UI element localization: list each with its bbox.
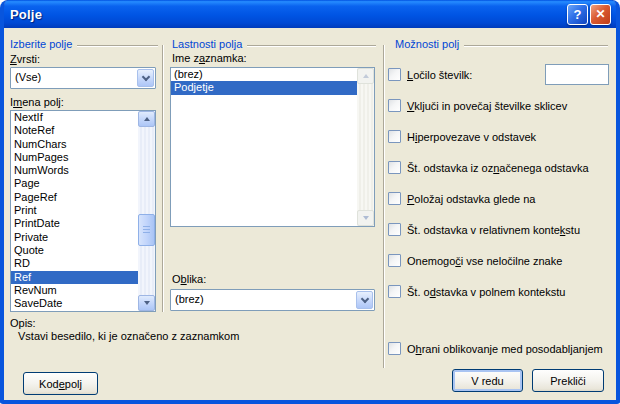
triangle-up-icon <box>363 74 369 78</box>
description-label: Opis: <box>10 317 36 329</box>
scroll-down-button <box>357 210 374 226</box>
checkbox-row: Št. odstavka v polnem kontekstu <box>388 283 610 300</box>
checkbox-label: Št. odstavka iz označenega odstavka <box>407 162 589 174</box>
checkbox-row: Onemogoči vse neločilne znake <box>388 252 610 269</box>
field-name-item[interactable]: NumPages <box>11 151 138 164</box>
checkbox-label: Št. odstavka v polnem kontekstu <box>407 286 565 298</box>
checkbox-label: Vključi in povečaj številke sklicev <box>407 100 567 112</box>
triangle-down-icon <box>144 301 150 305</box>
window-title: Polje <box>0 7 42 22</box>
close-icon: ✕ <box>595 7 605 21</box>
checkbox[interactable] <box>388 130 401 143</box>
divider <box>247 45 376 47</box>
group-title: Izberite polje <box>10 38 72 51</box>
checkbox-row: Ločilo številk: <box>388 66 610 83</box>
field-description: Vstavi besedilo, ki je označeno z zaznam… <box>18 330 239 342</box>
checkbox[interactable] <box>388 254 401 267</box>
field-dialog: Polje ? ✕ Izberite polje Lastnosti polja… <box>0 0 620 404</box>
bookmark-item[interactable]: Podjetje <box>171 81 357 94</box>
field-name-item[interactable]: PageRef <box>11 191 138 204</box>
bookmark-label: Ime zaznamka: <box>172 52 247 64</box>
checkbox-row: Hiperpovezave v odstavek <box>388 128 610 145</box>
group-field-options: Možnosti polj <box>395 38 608 51</box>
format-combobox[interactable]: (brez) <box>170 289 375 311</box>
combobox-value: (brez) <box>175 293 204 305</box>
checkbox[interactable] <box>388 223 401 236</box>
categories-combobox[interactable]: (Vse) <box>10 67 156 89</box>
field-name-item[interactable]: SaveDate <box>11 297 138 310</box>
checkbox-row: Št. odstavka v relativnem kontekstu <box>388 221 610 238</box>
titlebar-buttons: ? ✕ <box>567 4 620 25</box>
checkbox[interactable] <box>388 342 401 355</box>
field-name-item[interactable]: NumChars <box>11 138 138 151</box>
dialog-body: Izberite polje Lastnosti polja Možnosti … <box>4 28 616 400</box>
field-codes-button[interactable]: Kode polj <box>23 372 98 395</box>
scrollbar-thumb[interactable] <box>138 214 155 246</box>
field-name-item[interactable]: Ref <box>11 271 138 284</box>
help-button[interactable]: ? <box>567 4 588 25</box>
divider <box>77 45 158 47</box>
chevron-down-icon <box>141 72 149 80</box>
scrollbar-track[interactable] <box>138 127 155 295</box>
checkbox-label: Št. odstavka v relativnem kontekstu <box>407 224 580 236</box>
field-name-item[interactable]: Quote <box>11 244 138 257</box>
titlebar[interactable]: Polje ? ✕ <box>0 0 620 28</box>
scroll-up-button <box>357 68 374 84</box>
checkbox[interactable] <box>388 161 401 174</box>
bookmark-listbox[interactable]: (brez)Podjetje <box>170 67 375 227</box>
checkbox-row: Št. odstavka iz označenega odstavka <box>388 159 610 176</box>
field-name-item[interactable]: PrintDate <box>11 217 138 230</box>
checkbox[interactable] <box>388 285 401 298</box>
checkbox-row: Ohrani oblikovanje med posodabljanjem <box>388 340 610 357</box>
group-field-properties: Lastnosti polja <box>172 38 376 51</box>
field-names-label: Imena polj: <box>10 96 64 108</box>
group-select-field: Izberite polje <box>10 38 158 51</box>
triangle-down-icon <box>363 216 369 220</box>
field-name-item[interactable]: Print <box>11 204 138 217</box>
divider <box>464 45 608 47</box>
checkbox-row: Položaj odstavka glede na <box>388 190 610 207</box>
checkbox-label: Ločilo številk: <box>407 69 472 81</box>
checkbox[interactable] <box>388 68 401 81</box>
checkbox[interactable] <box>388 192 401 205</box>
scrollbar[interactable] <box>138 111 155 311</box>
checkbox-label: Ohrani oblikovanje med posodabljanjem <box>407 343 603 355</box>
field-name-item[interactable]: Private <box>11 231 138 244</box>
field-name-item[interactable]: NoteRef <box>11 124 138 137</box>
field-name-item[interactable]: NextIf <box>11 111 138 124</box>
field-name-item[interactable]: Page <box>11 177 138 190</box>
combobox-value: (Vse) <box>15 71 41 83</box>
triangle-up-icon <box>144 117 150 121</box>
dropdown-button[interactable] <box>137 69 154 87</box>
dropdown-button[interactable] <box>356 291 373 309</box>
chevron-down-icon <box>360 294 368 302</box>
vertical-divider <box>162 45 164 312</box>
field-names-listbox[interactable]: NextIfNoteRefNumCharsNumPagesNumWordsPag… <box>10 110 156 312</box>
question-icon: ? <box>574 7 582 22</box>
field-names-items: NextIfNoteRefNumCharsNumPagesNumWordsPag… <box>11 111 138 311</box>
format-label: Oblika: <box>172 273 206 285</box>
checkbox-row: Vključi in povečaj številke sklicev <box>388 97 610 114</box>
checkbox-label: Onemogoči vse neločilne znake <box>407 255 562 267</box>
field-options-list: Ločilo številk:Vključi in povečaj števil… <box>388 66 610 357</box>
checkbox-label: Hiperpovezave v odstavek <box>407 131 536 143</box>
group-title: Možnosti polj <box>395 38 459 51</box>
bookmark-item[interactable]: (brez) <box>171 68 357 81</box>
checkbox[interactable] <box>388 99 401 112</box>
scroll-down-button[interactable] <box>138 295 155 311</box>
field-name-item[interactable]: RevNum <box>11 284 138 297</box>
bookmark-items: (brez)Podjetje <box>171 68 357 226</box>
number-separator-input[interactable] <box>545 64 609 85</box>
checkbox-label: Položaj odstavka glede na <box>407 193 535 205</box>
cancel-button[interactable]: Prekliči <box>532 369 604 392</box>
close-button[interactable]: ✕ <box>590 4 611 25</box>
group-title: Lastnosti polja <box>172 38 242 51</box>
field-name-item[interactable]: RD <box>11 257 138 270</box>
scrollbar-disabled <box>357 68 374 226</box>
vertical-divider <box>383 45 385 368</box>
categories-label: Zvrsti: <box>10 53 40 65</box>
field-name-item[interactable]: NumWords <box>11 164 138 177</box>
scroll-up-button[interactable] <box>138 111 155 127</box>
ok-button[interactable]: V redu <box>452 369 523 392</box>
